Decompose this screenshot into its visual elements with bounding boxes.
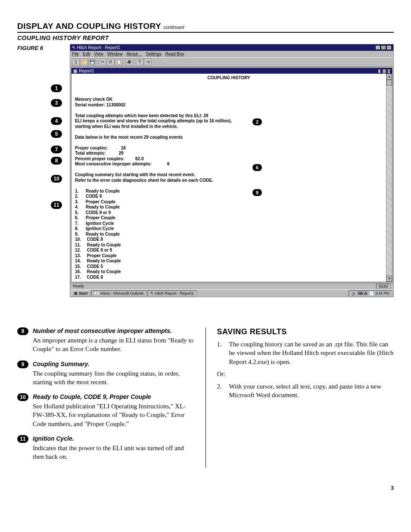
explanation-lead: Number of most consecutive improper atte…	[33, 327, 194, 334]
callout-9: 9	[17, 361, 28, 368]
system-tray[interactable]: 🔊 ⌨ 🖧 📄 3:42 PM	[349, 290, 392, 296]
app-title: Hitch Report - Report1	[77, 45, 120, 50]
save-button[interactable]: 💾	[88, 59, 96, 65]
taskbar-tasks: 📧 Inbox - Microsoft Outlook✎ Hitch Repor…	[91, 290, 196, 296]
column-divider	[206, 327, 206, 468]
callout-11: 11	[17, 435, 28, 443]
callout-7: 7	[51, 146, 62, 153]
explanations-column: 8Number of most consecutive improper att…	[17, 327, 194, 468]
figure-label: FIGURE 6	[17, 44, 43, 51]
taskbar-item[interactable]: ✎ Hitch Report - Report1	[147, 290, 197, 296]
scroll-thumb[interactable]	[386, 80, 392, 86]
menu-edit[interactable]: Edit	[83, 52, 90, 56]
doc-close-button[interactable]: ×	[387, 69, 390, 74]
start-button[interactable]: ⊞ Start	[71, 290, 91, 296]
clock: 3:42 PM	[375, 291, 389, 296]
page-number: 3	[17, 485, 394, 491]
explanation-item: 9Coupling Summary.The coupling summary l…	[17, 361, 194, 387]
figure-row: FIGURE 6 1345781011 ✎ Hitch Report - Rep…	[17, 44, 394, 297]
maximize-button[interactable]: ▢	[381, 45, 386, 50]
callout-8: 8	[51, 157, 62, 165]
help-button[interactable]: ?	[136, 59, 143, 65]
doc-maximize-button[interactable]: ▢	[382, 69, 386, 74]
explanation-item: 8Number of most consecutive improper att…	[17, 327, 194, 354]
doc-icon: ▦	[73, 68, 77, 73]
explanation-desc: See Holland publication "ELI Operating I…	[33, 402, 194, 428]
new-button[interactable]: ▯	[72, 59, 80, 65]
windows-icon: ⊞	[74, 291, 78, 296]
tray-icons: 🔊 ⌨ 🖧 📄	[352, 291, 375, 296]
menu-file[interactable]: File	[72, 52, 79, 56]
app-window: ✎ Hitch Report - Report1 _ ▢ × FileEditV…	[70, 44, 394, 297]
callout-1: 1	[51, 84, 62, 92]
saving-step-2: 2. With your cursor, select all text, co…	[217, 382, 394, 400]
step-text: With your cursor, select all text, copy,…	[229, 382, 394, 400]
explanation-item: 10Ready to Couple, CODE 9, Proper Couple…	[17, 393, 194, 428]
callout-3: 3	[51, 99, 62, 107]
document-titlebar: ▦ Report1 _ ▢ ×	[72, 68, 392, 74]
scroll-up-arrow[interactable]: ▴	[386, 74, 392, 80]
taskbar-item[interactable]: 📧 Inbox - Microsoft Outlook	[91, 290, 146, 296]
scroll-down-arrow[interactable]: ▾	[386, 276, 392, 282]
paste-button[interactable]: 📋	[115, 59, 123, 65]
status-left: Ready	[73, 284, 84, 289]
step-number: 1.	[217, 340, 226, 366]
title-continued: continued	[164, 25, 184, 30]
taskbar: ⊞ Start 📧 Inbox - Microsoft Outlook✎ Hit…	[70, 289, 393, 297]
saving-step-1: 1. The coupling history can be saved as …	[217, 340, 394, 366]
saving-or: Or:	[217, 370, 394, 378]
vertical-scrollbar[interactable]: ▴ ▾	[386, 74, 392, 282]
cut-button[interactable]: ✂	[99, 59, 106, 65]
callout-9: 9	[252, 189, 262, 196]
toolbar: ▯📂💾✂⎘📋🖶?⇥	[70, 57, 393, 67]
callout-column: 1345781011	[51, 44, 62, 268]
read-button[interactable]: ⇥	[144, 59, 152, 65]
explanation-desc: An improper attempt is a change in ELI s…	[33, 336, 194, 354]
subtitle: COUPLING HISTORY REPORT	[17, 34, 394, 41]
explanation-lead: Ready to Couple, CODE 9, Proper Couple	[33, 393, 194, 400]
document-window: ▦ Report1 _ ▢ × COUPLING HISTORY Memory …	[71, 68, 392, 282]
app-icon: ✎	[72, 45, 75, 50]
statusbar: Ready NUM	[70, 283, 393, 289]
menubar: FileEditViewWindowAbout…SettingsRead Box	[70, 51, 393, 57]
title-main: DISPLAY AND COUPLING HISTORY	[17, 22, 161, 31]
step-number: 2.	[217, 382, 226, 400]
step-text: The coupling history can be saved as an …	[229, 340, 394, 366]
callout-4: 4	[51, 117, 62, 125]
menu-about[interactable]: About…	[126, 52, 142, 56]
window-controls: _ ▢ ×	[375, 45, 392, 50]
doc-title: Report1	[79, 68, 94, 73]
lower-columns: 8Number of most consecutive improper att…	[17, 327, 394, 468]
menu-settings[interactable]: Settings	[146, 52, 162, 56]
explanation-desc: The coupling summary lists the coupling …	[33, 369, 194, 387]
explanation-item: 11Ignition Cycle.Indicates that the powe…	[17, 435, 194, 461]
callout-10: 10	[51, 175, 62, 183]
close-button[interactable]: ×	[386, 45, 392, 50]
callout-6: 6	[252, 164, 262, 171]
minimize-button[interactable]: _	[375, 45, 380, 50]
document-area: COUPLING HISTORY Memory check OK Serial …	[72, 74, 392, 282]
print-button[interactable]: 🖶	[125, 59, 133, 65]
menu-window[interactable]: Window	[107, 52, 123, 56]
titlebar: ✎ Hitch Report - Report1 _ ▢ ×	[70, 44, 393, 51]
callout-2: 2	[252, 118, 262, 125]
callout-11: 11	[51, 201, 62, 209]
status-numlock: NUM	[376, 284, 391, 289]
saving-column: SAVING RESULTS 1. The coupling history c…	[217, 327, 394, 468]
start-label: Start	[79, 291, 88, 296]
menu-view[interactable]: View	[94, 52, 103, 56]
open-button[interactable]: 📂	[80, 59, 88, 65]
callout-10: 10	[17, 393, 28, 401]
explanation-desc: Indicates that the power to the ELI unit…	[33, 444, 194, 461]
report-heading: COUPLING HISTORY	[75, 75, 383, 81]
explanation-lead: Coupling Summary.	[33, 361, 194, 367]
menu-readbox[interactable]: Read Box	[165, 52, 184, 56]
callout-5: 5	[51, 130, 62, 138]
explanation-lead: Ignition Cycle.	[33, 435, 194, 442]
page-title: DISPLAY AND COUPLING HISTORY continued	[17, 22, 394, 33]
document-body[interactable]: COUPLING HISTORY Memory check OK Serial …	[72, 74, 386, 282]
callout-8: 8	[17, 327, 28, 335]
saving-heading: SAVING RESULTS	[217, 327, 394, 336]
copy-button[interactable]: ⎘	[107, 59, 115, 65]
doc-minimize-button[interactable]: _	[378, 69, 380, 74]
